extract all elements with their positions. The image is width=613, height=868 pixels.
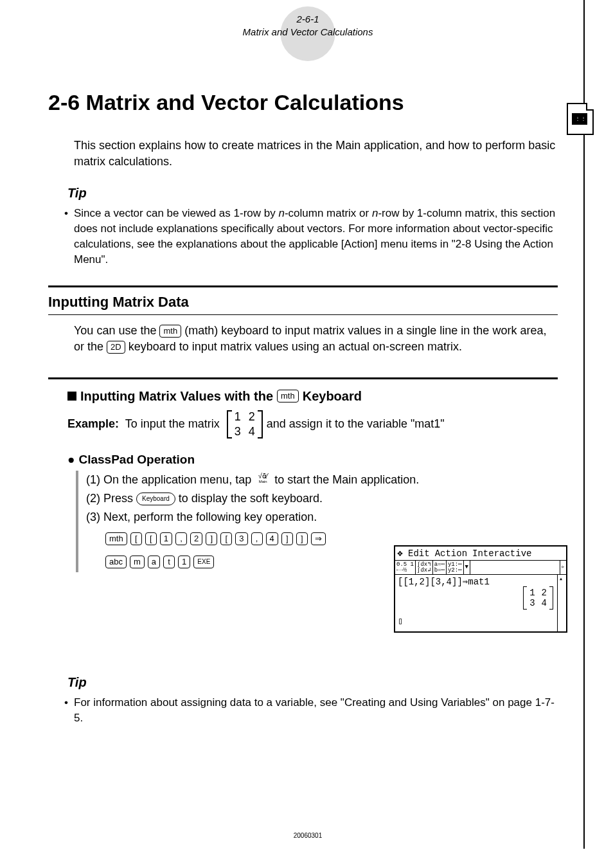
seq-m: m <box>130 556 145 568</box>
section-1-paragraph: You can use the mth (math) keyboard to i… <box>32 323 577 355</box>
seq-lbr3: [ <box>220 532 232 545</box>
seq-4: 4 <box>266 532 278 545</box>
seq-1b: 1 <box>178 556 190 568</box>
ss-cursor-line: ▯ <box>398 615 564 626</box>
seq-mth: mth <box>105 532 127 545</box>
seq-comma2: , <box>251 532 263 545</box>
ss-tool-0[interactable]: 0.5 1 ←→½ <box>395 561 416 574</box>
right-bracket-icon <box>258 410 263 439</box>
seq-rbr1: ] <box>206 532 217 545</box>
seq-rbr2: ] <box>281 532 293 545</box>
page-ref-number: 2-6-1 <box>243 13 373 26</box>
keyboard-key-icon: Keyboard <box>136 493 175 505</box>
matrix-cell-12: 2 <box>249 410 255 424</box>
2d-key-icon: 2D <box>107 341 125 354</box>
left-bracket-icon <box>227 410 232 439</box>
sub-heading-pre: Inputting Matrix Values with the <box>80 389 273 404</box>
ss-m11: 1 <box>529 588 535 598</box>
seq-arrow: ⇒ <box>311 532 326 545</box>
section-heading-inputting: Inputting Matrix Data <box>32 294 577 311</box>
tip-1-body: • Since a vector can be viewed as 1-row … <box>32 206 577 267</box>
ss-input-line: [[1,2][3,4]]⇒mat1 <box>398 576 564 587</box>
mth-key-icon-2: mth <box>277 390 299 402</box>
classpad-operation-heading: ClassPad Operation <box>32 453 577 467</box>
italic-n-2: n <box>372 207 378 219</box>
bullet-icon-2: • <box>64 695 74 726</box>
seq-a: a <box>148 556 160 568</box>
ss-menu-interactive[interactable]: Interactive <box>472 548 531 559</box>
ss-tool-3[interactable]: y1:⋯ y2:⋯ <box>447 561 464 574</box>
sub-heading-post: Keyboard <box>303 389 362 404</box>
example-label: Example: <box>67 417 119 431</box>
section1-text-c: keyboard to input matrix values using an… <box>129 340 462 353</box>
square-bullet-icon <box>67 392 76 401</box>
ss-work-area[interactable]: [[1,2][3,4]]⇒mat1 1 2 3 4 ▯ <box>395 575 566 631</box>
example-matrix: 1 2 3 4 <box>227 409 263 440</box>
step1-a: (1) On the application menu, tap <box>86 473 254 486</box>
example-row: Example: To input the matrix 1 2 3 4 and… <box>32 409 577 440</box>
seq-comma1: , <box>175 532 187 545</box>
ss-menu-edit[interactable]: Edit <box>408 548 430 559</box>
ss-m22: 4 <box>542 598 547 608</box>
subsection-heading: Inputting Matrix Values with the mth Key… <box>32 389 577 404</box>
example-post-text: and assign it to the variable "mat1" <box>267 417 445 431</box>
matrix-cell-21: 3 <box>235 425 241 439</box>
tip-2-body: • For information about assigning data t… <box>32 695 577 726</box>
seq-lbr2: [ <box>145 532 157 545</box>
page-ref-subtitle: Matrix and Vector Calculations <box>243 26 373 39</box>
step1-b: to start the Main application. <box>274 473 419 486</box>
page-title: 2-6 Matrix and Vector Calculations <box>32 90 577 115</box>
ss-tool-right[interactable]: ▹ <box>560 561 566 574</box>
seq-1: 1 <box>160 532 172 545</box>
calculator-grid-icon <box>572 113 587 125</box>
matrix-cell-11: 1 <box>235 410 241 424</box>
divider-sub <box>48 377 558 379</box>
mth-key-icon: mth <box>159 325 181 338</box>
seq-3: 3 <box>235 532 247 545</box>
ss-rbracket-icon <box>549 586 553 610</box>
seq-abc: abc <box>105 556 127 568</box>
divider-thin <box>48 314 558 315</box>
tip-1-text-mid: -column matrix or <box>285 207 372 219</box>
v-menu-icon[interactable]: ❖ <box>397 547 403 559</box>
side-page-icon[interactable] <box>567 103 594 135</box>
step-2: (2) Press Keyboard to display the soft k… <box>86 489 577 508</box>
seq-t: t <box>163 556 175 568</box>
main-app-icon: √ᾱ∕ Main <box>254 473 271 488</box>
section1-text-a: You can use the <box>74 324 159 337</box>
step2-a: (2) Press <box>86 492 136 505</box>
ss-tool-1[interactable]: ∫dx↰ ∫dx↲ <box>416 561 433 574</box>
tip-1-text-pre: Since a vector can be viewed as 1-row by <box>74 207 278 219</box>
seq-rbr3: ] <box>296 532 308 545</box>
page-fold-icon <box>586 103 594 111</box>
ss-scrollbar[interactable] <box>557 575 566 631</box>
seq-exe: EXE <box>193 556 214 568</box>
bullet-icon: • <box>64 206 74 267</box>
page-header: 2-6-1 Matrix and Vector Calculations <box>243 13 373 38</box>
step-3: (3) Next, perform the following key oper… <box>86 508 577 527</box>
calculator-screenshot: ❖ Edit Action Interactive 0.5 1 ←→½ ∫dx↰… <box>394 545 567 633</box>
tip-heading-2: Tip <box>32 675 577 690</box>
ss-toolbar: 0.5 1 ←→½ ∫dx↰ ∫dx↲ a=⋯ b=⋯ y1:⋯ y2:⋯ ▼ … <box>395 561 566 575</box>
ss-m21: 3 <box>529 598 535 608</box>
ss-m12: 2 <box>542 588 547 598</box>
step-1: (1) On the application menu, tap √ᾱ∕ Mai… <box>86 471 577 489</box>
step2-b: to display the soft keyboard. <box>179 492 323 505</box>
ss-result-matrix: 1 2 3 4 <box>523 586 553 610</box>
tip-heading-1: Tip <box>32 186 577 201</box>
divider-thick <box>48 285 558 287</box>
ss-menu-action[interactable]: Action <box>435 548 467 559</box>
tip-2-text: For information about assigning data to … <box>74 695 558 726</box>
intro-paragraph: This section explains how to create matr… <box>32 138 577 170</box>
matrix-cell-22: 4 <box>249 425 255 439</box>
ss-tool-2[interactable]: a=⋯ b=⋯ <box>433 561 447 574</box>
example-pre-text: To input the matrix <box>119 417 223 431</box>
seq-lbr1: [ <box>130 532 142 545</box>
italic-n-1: n <box>278 207 284 219</box>
ss-menu-bar: ❖ Edit Action Interactive <box>395 547 566 561</box>
footer-date: 20060301 <box>294 832 323 839</box>
ss-tool-dropdown[interactable]: ▼ <box>464 561 470 574</box>
seq-2: 2 <box>190 532 202 545</box>
